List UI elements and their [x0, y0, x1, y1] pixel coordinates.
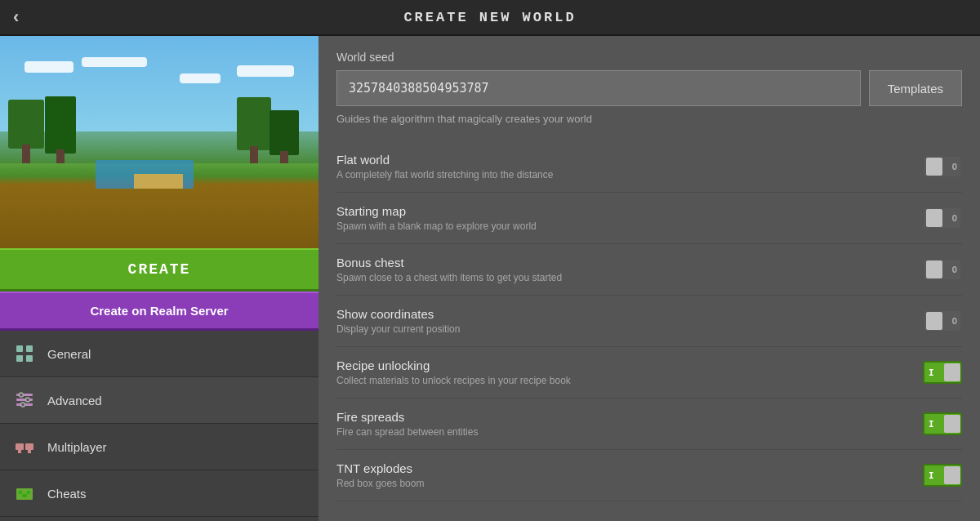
- sidebar-item-multiplayer-label: Multiplayer: [47, 440, 107, 454]
- realm-button[interactable]: Create on Realm Server: [0, 292, 318, 331]
- sidebar-item-advanced[interactable]: Advanced: [0, 377, 318, 424]
- svg-rect-2: [16, 355, 23, 362]
- sidebar-item-multiplayer[interactable]: Multiplayer: [0, 424, 318, 470]
- tree: [237, 97, 271, 167]
- toggles-container: Flat worldA completely flat world stretc…: [336, 141, 962, 501]
- advanced-icon: [13, 389, 36, 412]
- tree: [45, 96, 76, 167]
- toggle-flat-world[interactable]: O: [923, 155, 962, 178]
- seed-hint: Guides the algorithm that magically crea…: [336, 113, 962, 125]
- svg-rect-3: [26, 355, 33, 362]
- toggle-title-tnt-explodes: TNT explodes: [336, 461, 424, 475]
- sidebar-item-advanced-label: Advanced: [47, 394, 102, 407]
- svg-rect-17: [22, 494, 27, 497]
- toggle-desc-fire-spreads: Fire can spread between entities: [336, 426, 478, 438]
- svg-rect-16: [27, 491, 30, 494]
- svg-rect-1: [26, 345, 33, 352]
- toggle-row-recipe-unlocking: Recipe unlockingCollect materials to unl…: [336, 347, 962, 399]
- toggle-desc-recipe-unlocking: Collect materials to unlock recipes in y…: [336, 375, 571, 386]
- svg-rect-13: [28, 448, 31, 453]
- toggle-bonus-chest[interactable]: O: [923, 258, 962, 281]
- content-area: World seed Templates Guides the algorith…: [318, 36, 980, 521]
- toggle-desc-bonus-chest: Spawn close to a chest with items to get…: [336, 272, 562, 283]
- sidebar-item-general-label: General: [47, 347, 91, 361]
- sidebar-item-cheats-label: Cheats: [47, 487, 87, 501]
- page-title: CREATE NEW WORLD: [403, 10, 576, 25]
- toggle-title-recipe-unlocking: Recipe unlocking: [336, 358, 571, 372]
- seed-row: Templates: [336, 70, 962, 106]
- toggle-row-fire-spreads: Fire spreadsFire can spread between enti…: [336, 399, 962, 450]
- cheats-icon: [13, 482, 36, 505]
- toggle-thumb-tnt-explodes: [944, 466, 960, 484]
- svg-point-7: [20, 393, 24, 397]
- toggle-title-bonus-chest: Bonus chest: [336, 256, 562, 269]
- world-seed-label: World seed: [336, 51, 962, 64]
- svg-point-9: [21, 403, 25, 407]
- toggle-desc-starting-map: Spawn with a blank map to explore your w…: [336, 220, 537, 232]
- toggle-tnt-explodes[interactable]: I: [923, 464, 962, 487]
- tree: [8, 100, 44, 167]
- world-preview: [0, 36, 318, 248]
- sidebar-nav: General Advanced: [0, 331, 318, 521]
- sidebar: CREATE Create on Realm Server General: [0, 36, 318, 521]
- toggle-thumb-show-coordinates: [926, 312, 942, 330]
- main-layout: CREATE Create on Realm Server General: [0, 36, 980, 521]
- back-button[interactable]: ‹: [13, 7, 19, 28]
- toggle-thumb-fire-spreads: [944, 415, 960, 433]
- cloud: [82, 57, 147, 67]
- toggle-row-tnt-explodes: TNT explodesRed box goes boomI: [336, 450, 962, 501]
- sidebar-item-resource-packs[interactable]: Resource Packs: [0, 517, 318, 521]
- general-icon: [13, 342, 36, 365]
- toggle-fire-spreads[interactable]: I: [923, 412, 962, 435]
- toggle-desc-show-coordinates: Display your current position: [336, 323, 460, 335]
- toggle-row-starting-map: Starting mapSpawn with a blank map to ex…: [336, 193, 962, 244]
- toggle-thumb-bonus-chest: [926, 260, 942, 278]
- tree: [270, 110, 299, 167]
- svg-rect-0: [16, 345, 23, 352]
- header: ‹ CREATE NEW WORLD: [0, 0, 980, 36]
- sidebar-item-cheats[interactable]: Cheats: [0, 470, 318, 517]
- toggle-row-flat-world: Flat worldA completely flat world stretc…: [336, 141, 962, 193]
- sidebar-item-general[interactable]: General: [0, 331, 318, 377]
- toggle-title-starting-map: Starting map: [336, 204, 537, 218]
- svg-rect-12: [18, 448, 21, 453]
- create-button[interactable]: CREATE: [0, 248, 318, 292]
- toggle-title-show-coordinates: Show coordinates: [336, 307, 460, 321]
- preview-sand: [134, 174, 183, 189]
- toggle-title-fire-spreads: Fire spreads: [336, 410, 478, 424]
- multiplayer-icon: [13, 435, 36, 458]
- toggle-thumb-flat-world: [926, 158, 942, 176]
- toggle-thumb-recipe-unlocking: [944, 363, 960, 381]
- toggle-row-bonus-chest: Bonus chestSpawn close to a chest with i…: [336, 244, 962, 296]
- toggle-show-coordinates[interactable]: O: [923, 309, 962, 332]
- toggle-desc-tnt-explodes: Red box goes boom: [336, 478, 424, 489]
- toggle-title-flat-world: Flat world: [336, 153, 553, 167]
- toggle-thumb-starting-map: [926, 209, 942, 227]
- seed-input[interactable]: [336, 70, 861, 106]
- cloud: [237, 65, 294, 77]
- cloud: [180, 73, 220, 83]
- svg-point-8: [26, 398, 30, 402]
- toggle-recipe-unlocking[interactable]: I: [923, 361, 962, 384]
- templates-button[interactable]: Templates: [869, 70, 962, 106]
- svg-rect-15: [19, 491, 22, 494]
- toggle-row-show-coordinates: Show coordinatesDisplay your current pos…: [336, 296, 962, 347]
- toggle-starting-map[interactable]: O: [923, 207, 962, 229]
- cloud: [24, 61, 74, 73]
- toggle-desc-flat-world: A completely flat world stretching into …: [336, 169, 553, 180]
